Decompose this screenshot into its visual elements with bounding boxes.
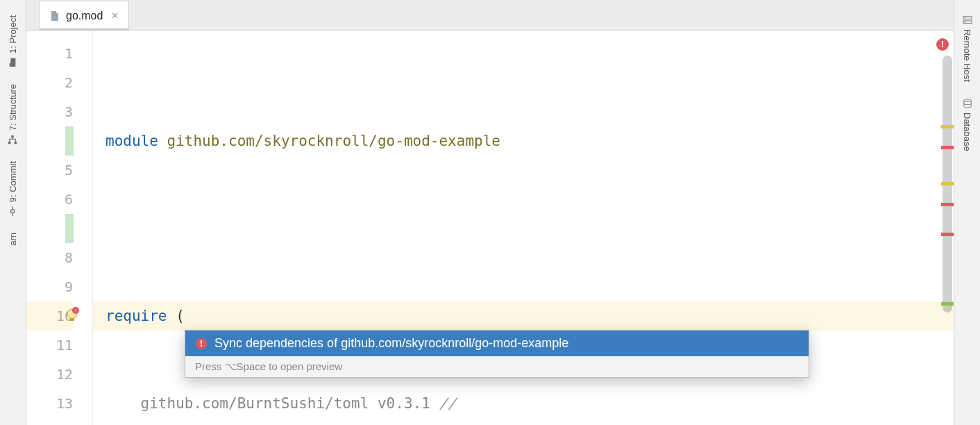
structure-icon — [8, 135, 18, 144]
rail-database[interactable]: Database — [959, 90, 975, 160]
rail-label: 1: Project — [8, 15, 18, 53]
intention-action[interactable]: ! Sync dependencies of github.com/skyroc… — [185, 331, 809, 356]
vcs-change-marker — [65, 214, 74, 243]
rail-commit[interactable]: 9: Commit — [5, 153, 21, 224]
file-icon — [49, 10, 60, 22]
intention-title: Sync dependencies of github.com/skyrockn… — [214, 336, 568, 351]
line-number: 13 — [26, 389, 73, 418]
code-line: require ( — [105, 301, 954, 331]
svg-point-10 — [963, 99, 971, 102]
line-number: 7 — [26, 214, 73, 243]
warning-stripe[interactable] — [941, 182, 954, 185]
intention-popup: ! Sync dependencies of github.com/skyroc… — [185, 330, 809, 378]
code-line: github.com/BurntSushi/toml v0.3.1 // — [105, 389, 954, 418]
svg-point-9 — [964, 22, 965, 23]
line-number: 3 — [26, 97, 73, 126]
error-stripe[interactable] — [941, 203, 954, 206]
line-number: 9 — [26, 272, 73, 301]
commit-icon — [8, 206, 18, 216]
vcs-change-marker — [65, 126, 74, 156]
database-icon — [963, 99, 972, 108]
left-tool-rail: 1: Project 7: Structure 9: Commit arn — [0, 0, 26, 425]
remote-icon — [963, 15, 972, 25]
intention-bulb-icon[interactable]: ! — [64, 307, 81, 324]
close-icon[interactable]: ✕ — [111, 10, 119, 21]
rail-learn[interactable]: arn — [5, 224, 21, 254]
intention-hint: Press ⌥Space to open preview — [185, 356, 809, 377]
right-tool-rail: Remote Host Database — [954, 0, 980, 425]
svg-rect-0 — [8, 142, 11, 144]
rail-label: Remote Host — [962, 29, 972, 82]
tab-go-mod[interactable]: go.mod ✕ — [39, 1, 129, 30]
code-line: module github.com/skyrocknroll/go-mod-ex… — [105, 126, 954, 156]
line-number: ! 10 — [26, 301, 73, 331]
svg-point-3 — [11, 210, 15, 213]
line-number: 2 — [26, 68, 73, 97]
svg-text:!: ! — [941, 39, 944, 49]
line-number: 1 — [26, 39, 73, 68]
code-line — [105, 214, 954, 243]
svg-rect-2 — [12, 135, 15, 138]
rail-project[interactable]: 1: Project — [5, 7, 21, 76]
error-indicator-icon[interactable]: ! — [936, 38, 949, 51]
rail-structure[interactable]: 7: Structure — [5, 76, 21, 153]
line-number: 5 — [26, 156, 73, 185]
svg-text:!: ! — [75, 308, 76, 314]
line-number: 11 — [26, 331, 73, 360]
error-icon: ! — [195, 338, 208, 350]
folder-icon — [8, 58, 18, 67]
rail-remote-host[interactable]: Remote Host — [959, 7, 975, 90]
rail-label: 9: Commit — [8, 161, 18, 202]
line-number: 6 — [26, 185, 73, 214]
rail-label: Database — [962, 112, 972, 151]
rail-label: 7: Structure — [8, 84, 18, 131]
tab-filename: go.mod — [66, 10, 103, 22]
svg-point-8 — [964, 17, 965, 19]
svg-rect-1 — [15, 142, 17, 144]
svg-rect-12 — [70, 318, 74, 321]
line-number: 8 — [26, 243, 73, 272]
line-number: 12 — [26, 360, 73, 389]
line-gutter: 1 2 3 4 5 6 7 8 9 ! 10 11 12 13 — [26, 31, 93, 425]
line-number: 4 — [26, 126, 73, 156]
svg-text:!: ! — [200, 339, 203, 349]
editor-tabbar: go.mod ✕ — [26, 0, 954, 31]
rail-label: arn — [8, 233, 18, 246]
